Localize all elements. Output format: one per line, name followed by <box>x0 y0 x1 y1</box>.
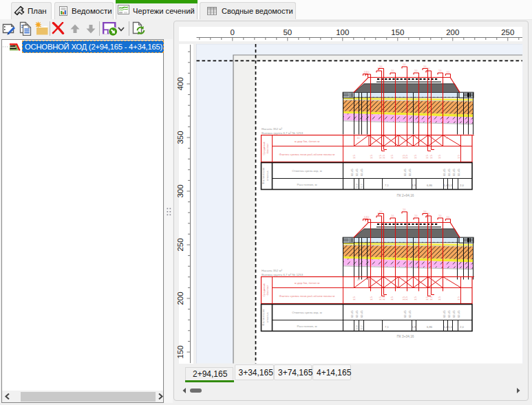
svg-text:50: 50 <box>283 28 292 36</box>
svg-text:400: 400 <box>176 77 184 90</box>
svg-text:0: 0 <box>231 28 235 36</box>
svg-text:150: 150 <box>391 28 404 36</box>
svg-text:150: 150 <box>176 345 184 358</box>
svg-text:ПК 3+34,16: ПК 3+34,16 <box>396 335 414 338</box>
svg-text:ПК 2+94,16: ПК 2+94,16 <box>396 194 414 197</box>
svg-text:100: 100 <box>336 28 349 36</box>
svg-text:200: 200 <box>446 28 459 36</box>
svg-text:250: 250 <box>501 28 514 36</box>
svg-text:300: 300 <box>176 184 184 197</box>
svg-text:250: 250 <box>176 238 184 251</box>
svg-text:350: 350 <box>176 131 184 144</box>
svg-text:200: 200 <box>176 292 184 305</box>
